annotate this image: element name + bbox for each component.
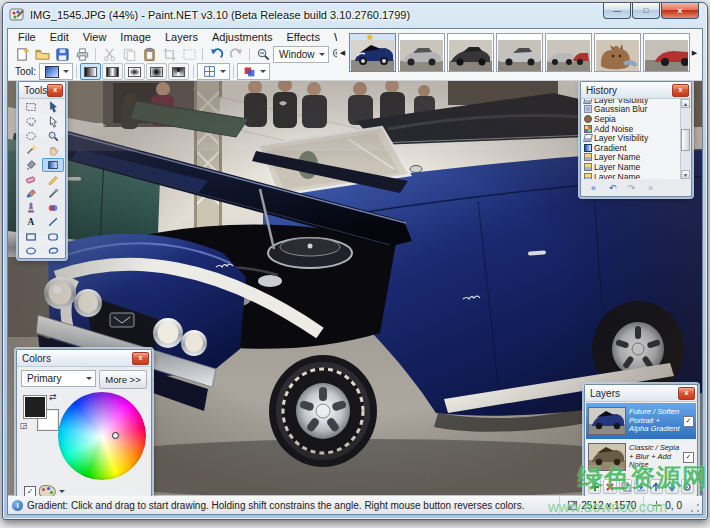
merge-layer-down-button[interactable] xyxy=(634,479,647,494)
history-panel-titlebar[interactable]: History x xyxy=(581,82,691,99)
menu-file[interactable]: File xyxy=(11,30,43,44)
menu-layers[interactable]: Layers xyxy=(158,30,205,44)
more-button[interactable]: More >> xyxy=(99,370,147,389)
cut-button[interactable] xyxy=(99,46,119,63)
eraser-tool[interactable] xyxy=(20,172,42,186)
colors-panel-close-button[interactable]: x xyxy=(132,352,149,365)
layers-panel-titlebar[interactable]: Layers x xyxy=(585,385,697,402)
reset-colors-icon[interactable]: ◲ xyxy=(20,421,28,430)
blend-mode-dropdown[interactable] xyxy=(237,63,270,80)
close-button[interactable]: × xyxy=(661,3,699,19)
move-selection-tool[interactable] xyxy=(42,114,64,128)
layer-row[interactable]: Classic / Sepia + Blur + Add Noise ✓ xyxy=(586,439,696,475)
tools-panel-close-button[interactable]: x xyxy=(47,84,63,97)
gradient-type-diamond[interactable] xyxy=(124,63,145,80)
image-thumbnail[interactable] xyxy=(594,33,641,72)
magic-wand-tool[interactable] xyxy=(20,143,42,157)
ellipse-select-tool[interactable] xyxy=(20,129,42,143)
chevron-down-icon[interactable] xyxy=(59,490,65,496)
menu-adjustments[interactable]: Adjustments xyxy=(205,30,280,44)
scroll-left-button[interactable]: ◀ xyxy=(338,34,347,72)
move-layer-up-button[interactable] xyxy=(650,479,663,494)
recolor-tool[interactable] xyxy=(42,201,64,215)
pencil-tool[interactable] xyxy=(42,172,64,186)
ellipse-tool[interactable] xyxy=(20,244,42,258)
freeform-shape-tool[interactable] xyxy=(42,244,64,258)
colors-panel-titlebar[interactable]: Colors x xyxy=(17,350,151,367)
history-item[interactable]: Gaussian Blur xyxy=(582,105,680,115)
color-picker-tool[interactable] xyxy=(42,186,64,200)
add-layer-button[interactable] xyxy=(588,479,601,494)
deselect-button[interactable] xyxy=(179,46,199,63)
open-button[interactable] xyxy=(32,46,52,63)
image-thumbnail[interactable] xyxy=(398,33,445,72)
history-undo-button[interactable]: ↶ xyxy=(605,181,620,194)
layer-visible-checkbox[interactable]: ✓ xyxy=(683,452,694,463)
zoom-mode-dropdown[interactable]: Window xyxy=(273,46,329,63)
zoom-tool[interactable] xyxy=(42,129,64,143)
history-item[interactable]: Layer Name xyxy=(582,153,680,163)
history-redo-button[interactable]: ↷ xyxy=(624,181,639,194)
color-mode-dropdown[interactable]: Primary xyxy=(21,370,96,387)
minimize-button[interactable]: — xyxy=(603,3,631,19)
rectangle-tool[interactable] xyxy=(20,230,42,244)
menu-edit[interactable]: Edit xyxy=(43,30,76,44)
undo-button[interactable] xyxy=(206,46,226,63)
history-item[interactable]: Layer Name xyxy=(582,162,680,172)
history-item[interactable]: Add Noise xyxy=(582,124,680,134)
title-bar[interactable]: IMG_1545.JPG (44%) - Paint.NET v3.10 (Be… xyxy=(3,3,707,27)
paint-bucket-tool[interactable] xyxy=(20,158,42,172)
image-thumbnail[interactable] xyxy=(643,33,690,72)
image-thumbnail-active[interactable]: ★ xyxy=(349,33,396,72)
history-panel-close-button[interactable]: x xyxy=(672,84,689,97)
history-item[interactable]: Layer Name xyxy=(582,172,680,179)
history-item[interactable]: Sepia xyxy=(582,114,680,124)
copy-button[interactable] xyxy=(119,46,139,63)
maximize-button[interactable]: □ xyxy=(632,3,660,19)
gradient-type-linear[interactable] xyxy=(80,63,101,80)
scrollbar-track[interactable] xyxy=(681,108,690,170)
paste-button[interactable] xyxy=(139,46,159,63)
layer-properties-button[interactable] xyxy=(681,479,694,494)
layers-panel-close-button[interactable]: x xyxy=(678,387,695,400)
scrollbar-thumb[interactable] xyxy=(681,129,690,151)
line-curve-tool[interactable] xyxy=(42,215,64,229)
layer-visible-checkbox[interactable]: ✓ xyxy=(683,416,694,427)
swap-colors-icon[interactable]: ⇄ xyxy=(49,392,57,402)
lasso-select-tool[interactable] xyxy=(20,114,42,128)
move-layer-down-button[interactable] xyxy=(665,479,678,494)
history-scrollbar[interactable]: ▲ ▼ xyxy=(680,99,690,179)
resize-grip[interactable] xyxy=(689,502,701,514)
save-button[interactable] xyxy=(52,46,72,63)
history-item[interactable]: Layer Visibility xyxy=(582,133,680,143)
history-item-current[interactable]: Gradient xyxy=(582,143,680,153)
primary-color-swatch[interactable] xyxy=(23,395,47,419)
gradient-type-radial[interactable] xyxy=(146,63,167,80)
redo-button[interactable] xyxy=(226,46,246,63)
scroll-right-button[interactable]: ▶ xyxy=(690,34,699,72)
rectangle-select-tool[interactable] xyxy=(20,100,42,114)
gradient-type-linear-reflected[interactable] xyxy=(102,63,123,80)
history-fastforward-button[interactable]: » xyxy=(643,181,658,194)
layer-row-active[interactable]: Future / Soften Portrait + Alpha Gradien… xyxy=(586,403,696,439)
move-selected-pixels-tool[interactable] xyxy=(42,100,64,114)
image-thumbnail[interactable] xyxy=(447,33,494,72)
rounded-rectangle-tool[interactable] xyxy=(42,230,64,244)
history-rewind-button[interactable]: « xyxy=(586,181,601,194)
menu-image[interactable]: Image xyxy=(113,30,158,44)
new-button[interactable] xyxy=(12,46,32,63)
gradient-tool[interactable] xyxy=(42,158,64,172)
delete-layer-button[interactable] xyxy=(603,479,616,494)
pan-tool[interactable] xyxy=(42,143,64,157)
channel-mode-dropdown[interactable] xyxy=(197,63,230,80)
palette-icon[interactable] xyxy=(39,485,56,496)
duplicate-layer-button[interactable] xyxy=(619,479,632,494)
menu-effects[interactable]: Effects xyxy=(280,30,327,44)
color-wheel[interactable] xyxy=(58,392,146,480)
print-button[interactable] xyxy=(72,46,92,63)
scroll-up-icon[interactable]: ▲ xyxy=(681,99,690,108)
palette-checkbox[interactable]: ✓ xyxy=(24,486,36,497)
tools-panel-titlebar[interactable]: Tools x xyxy=(19,82,65,99)
gradient-type-conical[interactable] xyxy=(168,63,189,80)
crop-button[interactable] xyxy=(159,46,179,63)
